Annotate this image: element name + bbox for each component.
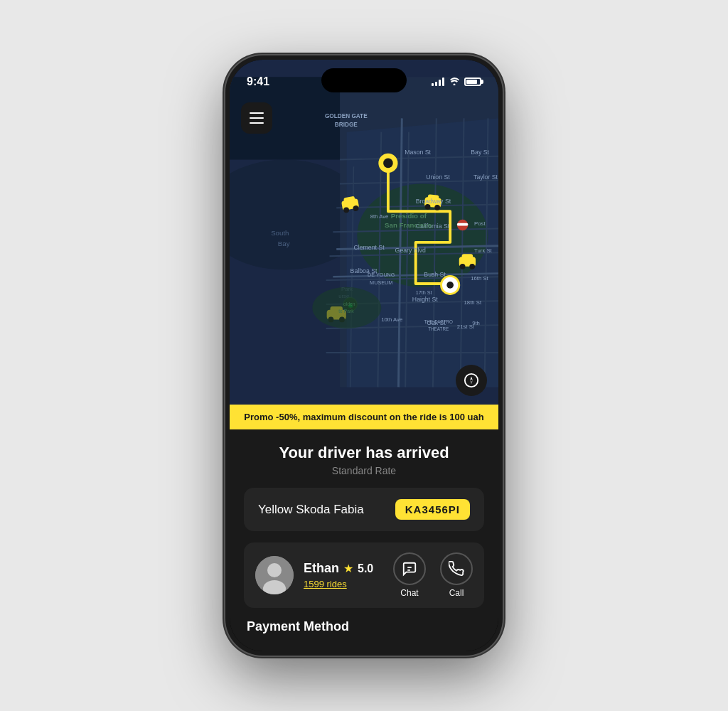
payment-section: Payment Method xyxy=(244,619,484,634)
car-name: Yellow Skoda Fabia xyxy=(258,503,364,517)
battery-icon xyxy=(464,77,481,86)
svg-text:olden: olden xyxy=(343,301,355,306)
svg-text:10th Ave: 10th Ave xyxy=(381,316,402,323)
svg-point-25 xyxy=(383,159,393,169)
svg-text:Taylor St: Taylor St xyxy=(473,173,498,181)
signal-icon xyxy=(432,77,444,86)
svg-text:Post: Post xyxy=(474,220,486,227)
promo-banner: Promo -50%, maximum discount on the ride… xyxy=(230,405,498,429)
svg-text:Union St: Union St xyxy=(426,173,450,181)
wifi-icon xyxy=(449,77,460,87)
svg-text:South: South xyxy=(271,229,289,237)
svg-text:Clement St: Clement St xyxy=(353,244,385,251)
svg-text:16th St: 16th St xyxy=(471,275,488,282)
chat-icon xyxy=(393,552,426,585)
driver-rating: 5.0 xyxy=(358,562,373,575)
car-info-row: Yellow Skoda Fabia KA3456PI xyxy=(244,488,484,531)
svg-text:te Park: te Park xyxy=(338,309,354,314)
map-area[interactable]: Mason St Union St Broadway St California… xyxy=(230,60,498,405)
svg-text:Turk St: Turk St xyxy=(474,247,493,254)
svg-point-42 xyxy=(460,264,466,269)
driver-rate-label: Standard Rate xyxy=(244,465,484,476)
svg-marker-85 xyxy=(470,376,473,380)
payment-title: Payment Method xyxy=(247,619,349,634)
svg-text:Mason St: Mason St xyxy=(405,149,431,156)
svg-rect-80 xyxy=(457,223,469,226)
license-plate: KA3456PI xyxy=(395,499,470,520)
svg-text:Bay: Bay xyxy=(278,240,290,247)
phone-screen: 9:41 xyxy=(230,60,498,651)
svg-point-27 xyxy=(446,282,454,289)
driver-arrived-section: Your driver has arrived Standard Rate xyxy=(244,444,484,476)
svg-point-88 xyxy=(267,563,282,577)
compass-button[interactable] xyxy=(456,365,487,396)
driver-details: Ethan ★ 5.0 1599 rides xyxy=(304,561,383,589)
svg-text:DE YOUNG: DE YOUNG xyxy=(368,272,395,278)
svg-text:Geary Blvd: Geary Blvd xyxy=(395,247,426,254)
status-icons xyxy=(432,77,481,87)
chat-label: Chat xyxy=(400,588,418,598)
svg-text:Bay St: Bay St xyxy=(471,149,489,156)
chat-button[interactable]: Chat xyxy=(393,552,426,598)
svg-text:8th Ave: 8th Ave xyxy=(370,213,389,220)
svg-text:THE CASTRO: THE CASTRO xyxy=(424,319,453,324)
star-icon: ★ xyxy=(343,562,353,575)
svg-text:Presidio of: Presidio of xyxy=(391,212,427,220)
svg-point-43 xyxy=(469,264,475,269)
driver-actions: Chat Call xyxy=(393,552,473,598)
driver-row: Ethan ★ 5.0 1599 rides xyxy=(244,542,484,608)
status-time: 9:41 xyxy=(247,75,269,88)
driver-rides[interactable]: 1599 rides xyxy=(304,579,383,589)
svg-text:Haight St: Haight St xyxy=(412,296,438,303)
call-button[interactable]: Call xyxy=(440,552,473,598)
svg-text:BRIDGE: BRIDGE xyxy=(335,122,358,128)
bottom-panel: Your driver has arrived Standard Rate Ye… xyxy=(230,429,498,651)
svg-text:18th St: 18th St xyxy=(464,299,482,306)
svg-text:17th St: 17th St xyxy=(416,289,432,296)
driver-avatar xyxy=(255,556,294,594)
phone-frame: 9:41 xyxy=(225,55,503,656)
svg-text:Bush St: Bush St xyxy=(424,271,446,278)
svg-rect-41 xyxy=(462,254,473,259)
driver-arrived-title: Your driver has arrived xyxy=(244,444,484,462)
svg-text:THEATRE: THEATRE xyxy=(428,326,449,331)
svg-text:San Francisco: San Francisco xyxy=(385,221,432,229)
dynamic-island xyxy=(321,68,407,92)
svg-point-84 xyxy=(465,373,478,386)
call-label: Call xyxy=(449,588,464,598)
call-icon xyxy=(440,552,473,585)
driver-name-row: Ethan ★ 5.0 xyxy=(304,561,383,576)
svg-text:GOLDEN GATE: GOLDEN GATE xyxy=(325,113,368,119)
status-bar: 9:41 xyxy=(230,60,498,95)
promo-text: Promo -50%, maximum discount on the ride… xyxy=(244,412,483,422)
svg-text:Broadway St: Broadway St xyxy=(416,198,451,205)
driver-name: Ethan xyxy=(304,561,339,576)
hamburger-menu-button[interactable] xyxy=(241,102,272,134)
svg-text:MUSEUM: MUSEUM xyxy=(370,279,392,286)
svg-text:21st St: 21st St xyxy=(457,324,475,330)
svg-marker-86 xyxy=(470,380,473,385)
